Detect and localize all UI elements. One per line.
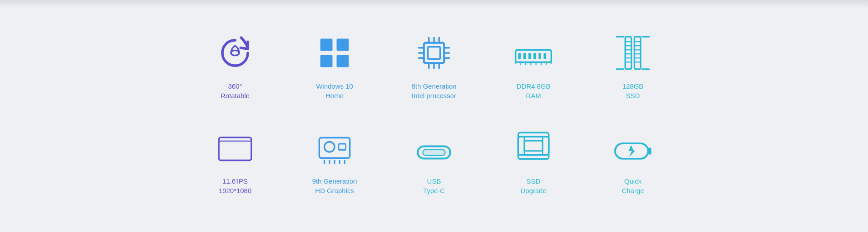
top-bar [0, 0, 868, 8]
screen-label: 11.6'IPS 1920*1080 [219, 176, 252, 195]
svg-rect-63 [423, 149, 445, 156]
svg-rect-1 [321, 38, 333, 51]
ssd128-icon [613, 33, 653, 73]
windows-icon [314, 33, 355, 73]
quickcharge-icon [613, 128, 653, 168]
svg-rect-55 [325, 142, 335, 152]
screen-icon [215, 128, 255, 168]
gpu-label: 9th Generation HD Graphics [312, 176, 357, 195]
svg-rect-56 [339, 144, 346, 150]
feature-cpu: 8th Generation Intel processor [398, 28, 470, 118]
usb-label: USB Type-C [423, 176, 445, 195]
svg-point-0 [231, 50, 239, 55]
usb-icon [414, 128, 454, 168]
cpu-icon [414, 33, 454, 73]
feature-rotate: 360° Rotatable [199, 28, 271, 118]
svg-rect-6 [428, 47, 440, 59]
svg-rect-66 [524, 141, 543, 155]
svg-rect-70 [648, 147, 651, 155]
feature-screen: 11.6'IPS 1920*1080 [199, 123, 271, 213]
feature-gpu: 9th Generation HD Graphics [298, 123, 371, 213]
feature-ram: DDR4 8GB RAM [497, 28, 570, 118]
ssdupgrade-icon [513, 128, 554, 168]
ssdupgrade-label: SSD Upgrade [520, 176, 547, 195]
cpu-label: 8th Generation Intel processor [411, 81, 456, 100]
feature-windows: Windows 10 Home [298, 28, 371, 118]
rotate-label: 360° Rotatable [221, 81, 250, 100]
feature-ssd128: 128GB SSD [597, 28, 669, 118]
quickcharge-label: Quick Charge [622, 176, 644, 195]
svg-rect-21 [524, 53, 526, 59]
gpu-icon [314, 128, 355, 168]
feature-quickcharge: Quick Charge [597, 123, 669, 213]
svg-rect-20 [518, 53, 521, 59]
ram-label: DDR4 8GB RAM [516, 81, 550, 100]
features-grid: 360° Rotatable Windows 10 Home [199, 28, 669, 213]
svg-rect-25 [544, 53, 547, 59]
svg-rect-3 [321, 55, 333, 67]
rotate-icon [215, 33, 255, 73]
feature-ssdupgrade: SSD Upgrade [497, 123, 570, 213]
svg-rect-4 [337, 55, 349, 67]
ram-icon [513, 33, 554, 73]
svg-rect-2 [337, 38, 349, 51]
ssd128-label: 128GB SSD [623, 81, 644, 100]
windows-label: Windows 10 Home [316, 81, 353, 100]
svg-rect-24 [538, 53, 541, 59]
svg-rect-22 [528, 53, 531, 59]
feature-usb: USB Type-C [398, 123, 470, 213]
svg-rect-23 [533, 53, 536, 59]
svg-rect-68 [524, 137, 543, 151]
svg-rect-5 [424, 43, 444, 63]
